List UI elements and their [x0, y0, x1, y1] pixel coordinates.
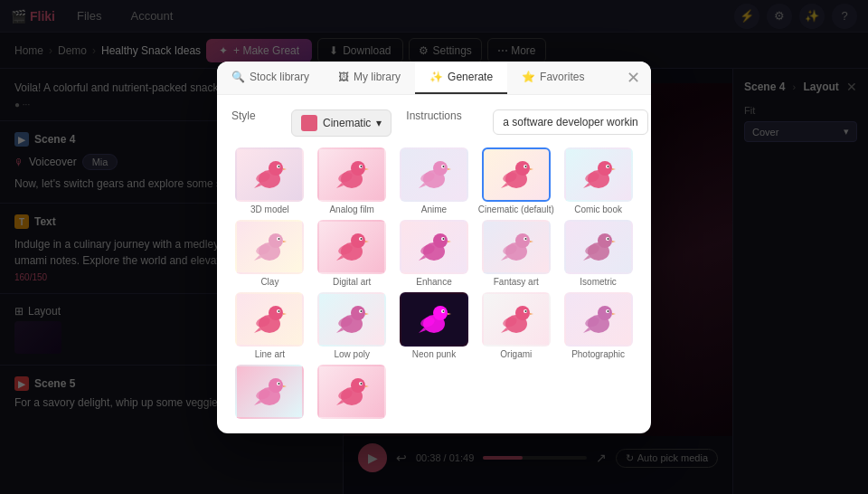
- style-name-line: Line art: [255, 349, 285, 359]
- generate-icon: ✨: [429, 71, 443, 83]
- search-icon: 🔍: [231, 71, 245, 83]
- library-icon: 🖼: [338, 71, 349, 83]
- style-preview-fantasy: [482, 220, 551, 274]
- style-preview-tile: [317, 365, 386, 419]
- style-preview-comic: [564, 147, 633, 202]
- styles-grid: 3D model Analog film: [231, 147, 637, 419]
- svg-point-106: [269, 378, 283, 393]
- svg-point-29: [598, 161, 612, 176]
- svg-marker-6: [283, 168, 287, 170]
- tab-my-library[interactable]: 🖼 My library: [324, 62, 415, 94]
- tab-generate[interactable]: ✨ Generate: [415, 62, 507, 94]
- style-preview-icon: [301, 115, 317, 131]
- style-name-anime: Anime: [421, 204, 447, 214]
- style-preview-pixel: [235, 365, 304, 419]
- tab-stock-library[interactable]: 🔍 Stock library: [217, 62, 324, 94]
- svg-point-99: [598, 306, 612, 320]
- style-item-origami[interactable]: Origami: [477, 292, 554, 359]
- svg-marker-83: [365, 313, 369, 315]
- svg-marker-34: [612, 168, 616, 170]
- chevron-down-icon: ▾: [376, 117, 382, 129]
- svg-marker-111: [283, 385, 287, 387]
- svg-point-36: [269, 233, 283, 248]
- style-item-clay[interactable]: Clay: [231, 220, 308, 287]
- svg-point-103: [607, 310, 609, 312]
- style-item-lowpoly[interactable]: Low poly: [314, 292, 391, 359]
- style-name-photo: Photographic: [571, 349, 625, 359]
- svg-point-71: [269, 306, 283, 320]
- style-dropdown[interactable]: Cinematic ▾: [291, 109, 392, 137]
- svg-marker-13: [365, 168, 369, 170]
- svg-point-8: [351, 161, 365, 176]
- svg-point-1: [269, 161, 283, 176]
- style-preview-origami: [482, 292, 551, 347]
- modal-close-button[interactable]: ✕: [616, 62, 651, 94]
- style-preview-digital: [317, 220, 386, 274]
- svg-point-22: [515, 161, 530, 176]
- svg-point-40: [278, 238, 280, 240]
- style-item-analog[interactable]: Analog film: [314, 147, 391, 214]
- svg-point-43: [351, 233, 365, 248]
- svg-point-19: [442, 166, 444, 167]
- svg-point-92: [515, 306, 530, 320]
- svg-point-78: [351, 306, 365, 320]
- style-item-neon[interactable]: Neon punk: [396, 292, 473, 359]
- svg-point-50: [433, 233, 448, 248]
- svg-marker-48: [365, 241, 369, 242]
- style-name-digital: Digital art: [333, 277, 371, 287]
- style-preview-neon: [400, 292, 468, 347]
- style-preview-analog: [317, 147, 386, 202]
- style-item-cinematic[interactable]: Cinematic (default): [477, 147, 554, 214]
- style-name-enhance: Enhance: [416, 277, 451, 287]
- modal-body: Style Cinematic ▾ Instructions: [217, 95, 651, 433]
- style-preview-lowpoly: [317, 292, 386, 347]
- style-item-enhance[interactable]: Enhance: [396, 220, 473, 287]
- star-icon: ⭐: [522, 71, 535, 83]
- svg-marker-62: [530, 241, 533, 242]
- style-name-origami: Origami: [500, 349, 532, 359]
- svg-point-117: [361, 383, 363, 385]
- modal-overlay: 🔍 Stock library 🖼 My library ✨ Generate …: [0, 0, 868, 494]
- style-preview-clay: [235, 220, 304, 274]
- style-preview-3d: [235, 147, 304, 202]
- style-item-line[interactable]: Line art: [231, 292, 308, 359]
- style-item-fantasy[interactable]: Fantasy art: [477, 220, 554, 287]
- style-name-fantasy: Fantasy art: [494, 277, 539, 287]
- svg-point-75: [278, 310, 280, 312]
- svg-point-57: [515, 233, 530, 248]
- svg-point-33: [607, 166, 609, 167]
- svg-point-5: [278, 166, 280, 167]
- svg-marker-76: [283, 313, 287, 315]
- style-modal: 🔍 Stock library 🖼 My library ✨ Generate …: [217, 62, 651, 433]
- style-label: Style: [231, 109, 277, 122]
- instructions-input[interactable]: [493, 109, 648, 135]
- svg-marker-118: [365, 385, 369, 387]
- style-name-cinematic: Cinematic (default): [478, 204, 554, 214]
- svg-marker-27: [530, 168, 533, 170]
- style-item-3d[interactable]: 3D model: [231, 147, 308, 214]
- svg-point-47: [361, 238, 363, 240]
- svg-point-89: [442, 310, 444, 312]
- style-preview-photo: [564, 292, 633, 347]
- style-item-photo[interactable]: Photographic: [560, 292, 637, 359]
- style-item-pixel[interactable]: Pixel art: [231, 365, 308, 419]
- style-item-tile[interactable]: Tile texture: [314, 365, 391, 419]
- style-preview-cinematic: [482, 147, 551, 202]
- style-item-digital[interactable]: Digital art: [314, 220, 391, 287]
- style-item-comic[interactable]: Comic book: [560, 147, 637, 214]
- modal-tabs: 🔍 Stock library 🖼 My library ✨ Generate …: [217, 62, 651, 95]
- tab-favorites[interactable]: ⭐ Favorites: [507, 62, 599, 94]
- style-preview-isometric: [564, 220, 633, 274]
- svg-marker-104: [612, 313, 616, 315]
- svg-point-82: [361, 310, 363, 312]
- svg-marker-69: [612, 241, 616, 242]
- svg-marker-55: [448, 241, 451, 242]
- style-name-isometric: Isometric: [580, 277, 617, 287]
- svg-point-15: [433, 161, 448, 176]
- style-preview-line: [235, 292, 304, 347]
- svg-point-96: [524, 310, 526, 312]
- svg-marker-20: [448, 168, 451, 170]
- style-item-isometric[interactable]: Isometric: [560, 220, 637, 287]
- svg-marker-41: [283, 241, 287, 242]
- style-item-anime[interactable]: Anime: [396, 147, 473, 214]
